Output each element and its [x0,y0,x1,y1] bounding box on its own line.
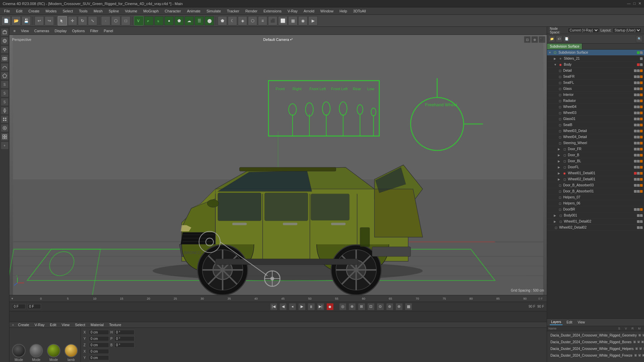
viewport-options-menu[interactable]: Options [71,28,86,34]
scene-item-body[interactable]: ▼ ◉ Body [547,62,644,68]
material-2-sphere[interactable] [30,344,43,357]
scene-item-seatfl[interactable]: ◻ SeatFL [547,80,644,86]
tool-btn-1[interactable]: ⬟ [218,16,227,25]
mat-menu-edit[interactable]: Edit [49,322,58,327]
b-rotation-input[interactable]: 0 ° [114,343,135,348]
layer-row-helpers[interactable]: Dacia_Duster_2024_Crossover_White_Rigged… [548,345,643,352]
go-to-start-button[interactable]: |◀ [270,303,277,310]
record-button[interactable]: ⏺ [326,303,334,310]
sidebar-icon-nurbs[interactable]: S [1,80,9,88]
menu-animate[interactable]: Animate [184,8,203,14]
menu-3dtoall[interactable]: 3DToAll [351,8,369,14]
mat-menu-view[interactable]: View [60,322,71,327]
menu-edit[interactable]: Edit [13,8,25,14]
sidebar-icon-character2[interactable] [1,107,9,115]
scene-item-body001[interactable]: ▶ ◻ Body001 [547,213,644,219]
material-4-sphere[interactable] [64,344,78,357]
scene-item-glass01[interactable]: ◻ Glass01 [547,116,644,122]
scene-item-steering-wheel[interactable]: ◻ Steering_Wheel [547,140,644,146]
menu-character[interactable]: Character [162,8,183,14]
layout-select[interactable]: Startup (User) [613,28,641,33]
menu-modes[interactable]: Modes [43,8,59,14]
scene-item-seatb[interactable]: ◻ SeatB [547,122,644,128]
scene-item-wheel03[interactable]: ◻ Wheel03 [547,110,644,116]
scene-item-wheel04[interactable]: ◻ Wheel04 [547,104,644,110]
scale-button[interactable]: ⤡ [88,16,97,25]
tab-subdivision-surface[interactable]: Subdivision Surface [547,44,582,49]
open-button[interactable]: 📂 [11,16,21,25]
scene-item-door-b[interactable]: ▶ ◻ Door_B [547,152,644,158]
menu-arnold[interactable]: Arnold [301,8,317,14]
menu-help[interactable]: Help [337,8,350,14]
new-button[interactable]: 📄 [1,16,11,25]
layer-s-freeze[interactable]: S [634,354,637,357]
scene-item-door-bl[interactable]: ▶ ◻ Door_BL [547,158,644,164]
vray-btn-1[interactable]: V [134,16,144,25]
playback-btn-2[interactable]: ⊕ [348,303,356,310]
layer-row-geometry[interactable]: Dacia_Duster_2024_Crossover_White_Rigged… [548,332,643,339]
scene-item-helpers-07[interactable]: ◻ Helpers_07 [547,194,644,200]
y-position-input[interactable]: 0 cm [89,336,109,341]
layer-s-geometry[interactable]: S [638,334,641,337]
viewport-cameras-menu[interactable]: Cameras [33,28,51,34]
vray-btn-6[interactable]: ☁ [184,16,194,25]
edges-mode[interactable]: ⬡ [111,16,120,25]
layer-row-freeze[interactable]: Dacia_Duster_2024_Crossover_White_Rigged… [548,352,643,359]
playback-btn-7[interactable]: ⊛ [395,303,403,310]
layer-s-helpers[interactable]: S [635,347,638,350]
menu-extensions[interactable]: Extensions [261,8,284,14]
menu-tools[interactable]: Tools [76,8,90,14]
scene-item-helpers-06[interactable]: ◻ Helpers_06 [547,200,644,206]
scene-item-wheel01-detail01[interactable]: ▶ ◉ Wheel01_Detail01 [547,170,644,176]
layer-row-bones[interactable]: Dacia_Duster_2024_Crossover_White_Rigged… [548,339,643,345]
vray-btn-2[interactable]: P [144,16,154,25]
viewport-view-menu[interactable]: View [19,28,30,34]
rp-search-btn[interactable]: 🔍 [636,36,643,42]
scene-item-door-b-absorber03[interactable]: ◻ Door_B_Absorber03 [547,182,644,188]
current-frame-input[interactable] [12,304,25,309]
reverse-play-button[interactable]: ◂ [289,303,296,310]
playback-btn-5[interactable]: ⊙ [377,303,384,310]
sidebar-icon-light[interactable] [1,46,9,54]
y-size-input[interactable]: 0 cm [89,355,109,360]
material-hamburger[interactable]: ≡ [12,323,14,327]
playback-btn-6[interactable]: ⊚ [386,303,393,310]
redo-button[interactable]: ↪ [45,16,54,25]
vray-btn-8[interactable]: ⬤ [205,16,214,25]
x-size-input[interactable]: 0 cm [89,349,109,354]
minimize-button[interactable]: — [627,1,631,6]
menu-window[interactable]: Window [318,8,336,14]
scene-item-subdivision-surface[interactable]: ▼ ⬡ Subdivision Surface [547,50,644,56]
sidebar-icon-effector[interactable] [1,115,9,123]
material-1-sphere[interactable] [12,344,25,357]
points-mode[interactable]: · [101,16,110,25]
p-rotation-input[interactable]: 0 ° [114,336,135,341]
viewport-zoom-button[interactable]: ⬛ [539,36,545,43]
menu-file[interactable]: File [1,8,13,14]
menu-render[interactable]: Render [243,8,260,14]
viewport-display-menu[interactable]: Display [53,28,68,34]
sidebar-icon-add[interactable]: + [1,141,9,149]
scene-item-wheel02-detail01[interactable]: ▶ ◻ Wheel02_Detail01 [547,176,644,182]
scene-item-glass[interactable]: ◻ Glass [547,86,644,92]
sidebar-icon-polygon[interactable] [1,72,9,80]
scene-item-doorfl[interactable]: ▶ ◻ DoorFL [547,164,644,170]
scene-item-doorbr[interactable]: ◻ DoorBR [547,206,644,213]
tab-layers[interactable]: Layers [550,319,562,325]
tool-btn-8[interactable]: ▦ [288,16,298,25]
play-button[interactable]: ▶ [298,303,306,310]
viewport-3d[interactable]: BRONCO Front [9,35,547,295]
layer-v-helpers[interactable]: V [639,347,642,350]
vray-btn-5[interactable]: ⬟ [174,16,184,25]
mat-menu-texture[interactable]: Texture [108,322,122,327]
layer-r-freeze[interactable]: R [642,354,644,357]
scene-item-sliders-21[interactable]: ▶ ≡ Sliders_21 [547,56,644,62]
tool-btn-9[interactable]: ◉ [298,16,308,25]
z-position-input[interactable]: 0 cm [89,343,109,348]
menu-volume[interactable]: Volume [122,8,140,14]
close-button[interactable]: ✕ [638,1,641,6]
menu-tracker[interactable]: Tracker [224,8,242,14]
save-button[interactable]: 💾 [21,16,31,25]
layer-v-freeze[interactable]: V [638,354,641,357]
tab-edit-layers[interactable]: Edit [565,320,574,325]
